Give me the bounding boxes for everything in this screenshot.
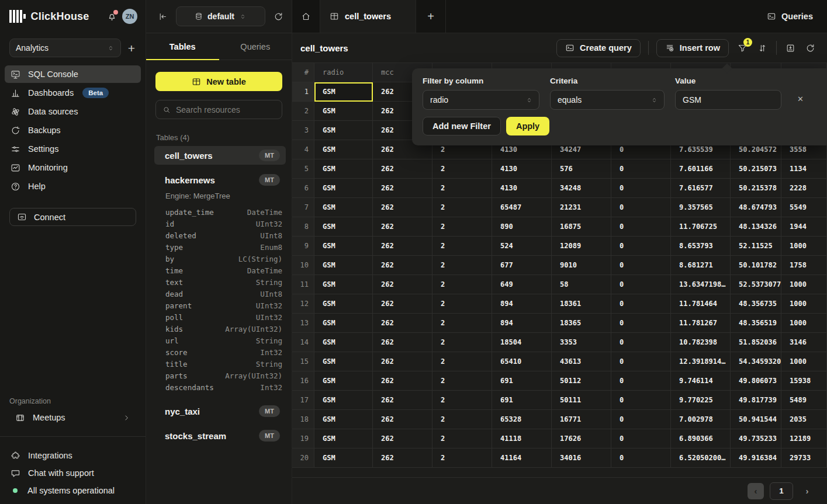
table-cell[interactable]: GSM — [314, 102, 373, 121]
table-cell[interactable]: 0 — [611, 217, 671, 237]
next-page-button[interactable]: › — [799, 483, 815, 499]
table-cell[interactable]: 11.706725 — [671, 217, 731, 237]
new-table-button[interactable]: New table — [155, 72, 282, 91]
table-cell[interactable]: 50.101782 — [731, 256, 781, 275]
table-cell[interactable]: 262 — [373, 314, 432, 333]
table-cell[interactable]: 2 — [432, 410, 492, 429]
table-cell[interactable]: 41164 — [492, 449, 552, 468]
table-cell[interactable]: 12089 — [552, 237, 611, 256]
table-cell[interactable]: 0 — [611, 179, 671, 198]
table-cell[interactable]: 262 — [373, 429, 432, 449]
table-cell[interactable]: 48.356735 — [731, 294, 781, 314]
filter-criteria-select[interactable]: equals — [550, 90, 665, 110]
table-cell[interactable]: 262 — [373, 237, 432, 256]
table-cell[interactable]: 4130 — [492, 159, 552, 179]
table-cell[interactable]: 12.3918914… — [671, 352, 731, 371]
table-cell[interactable]: GSM — [314, 237, 373, 256]
table-cell[interactable]: 0 — [611, 198, 671, 217]
tab-cell-towers[interactable]: cell_towers — [320, 0, 416, 33]
table-cell[interactable]: GSM — [314, 371, 373, 391]
table-cell[interactable]: 890 — [492, 217, 552, 237]
notifications-bell-icon[interactable] — [107, 12, 117, 22]
table-item-stocks_stream[interactable]: stocks_streamMT — [154, 426, 286, 445]
current-page[interactable]: 1 — [770, 482, 793, 500]
queries-button[interactable]: Queries — [753, 0, 827, 33]
table-cell[interactable]: 43613 — [552, 352, 611, 371]
table-cell[interactable]: 0 — [611, 314, 671, 333]
filter-column-select[interactable]: radio — [423, 90, 539, 110]
clickhouse-logo[interactable]: ClickHouse — [9, 10, 89, 23]
add-new-filter-button[interactable]: Add new Filter — [423, 117, 501, 135]
table-cell[interactable]: GSM — [314, 352, 373, 371]
table-cell[interactable]: GSM — [314, 256, 373, 275]
table-cell[interactable]: 1758 — [781, 256, 827, 275]
table-cell[interactable]: 1000 — [781, 275, 827, 294]
table-cell[interactable]: 2 — [432, 333, 492, 352]
collapse-panel-icon[interactable] — [158, 12, 168, 22]
user-avatar[interactable]: ZN — [122, 9, 137, 24]
table-cell[interactable]: 18504 — [492, 333, 552, 352]
table-cell[interactable]: GSM — [314, 198, 373, 217]
table-cell[interactable]: 0 — [611, 391, 671, 410]
create-query-button[interactable]: Create query — [556, 39, 641, 57]
table-cell[interactable]: GSM — [314, 410, 373, 429]
table-cell[interactable]: 649 — [492, 275, 552, 294]
table-cell[interactable]: GSM — [314, 82, 373, 102]
table-cell[interactable]: 7.002978 — [671, 410, 731, 429]
table-cell[interactable]: GSM — [314, 429, 373, 449]
table-cell[interactable]: GSM — [314, 294, 373, 314]
search-resources[interactable] — [155, 100, 282, 119]
workspace-select[interactable]: Analytics — [9, 39, 121, 57]
sort-button[interactable] — [756, 42, 769, 54]
table-cell[interactable]: 262 — [373, 198, 432, 217]
table-cell[interactable]: 524 — [492, 237, 552, 256]
table-cell[interactable]: 2 — [432, 449, 492, 468]
table-cell[interactable]: 13.6347198… — [671, 275, 731, 294]
table-cell[interactable]: 7.616577 — [671, 179, 731, 198]
table-cell[interactable]: 2 — [432, 391, 492, 410]
table-cell[interactable]: 16875 — [552, 217, 611, 237]
table-cell[interactable]: 16771 — [552, 410, 611, 429]
sidebar-item-sql-console[interactable]: SQL Console — [5, 65, 141, 83]
search-input[interactable] — [176, 105, 275, 114]
table-cell[interactable]: 0 — [611, 237, 671, 256]
table-cell[interactable]: 1000 — [781, 352, 827, 371]
new-tab-button[interactable]: + — [416, 0, 445, 33]
table-cell[interactable]: GSM — [314, 333, 373, 352]
table-cell[interactable]: 1944 — [781, 217, 827, 237]
insert-row-button[interactable]: Insert row — [656, 39, 729, 57]
tab-tables[interactable]: Tables — [146, 33, 219, 60]
filter-value-field[interactable] — [675, 90, 781, 110]
database-select[interactable]: default — [176, 6, 265, 26]
sidebar-item-chat-with-support[interactable]: Chat with support — [5, 464, 141, 482]
table-cell[interactable]: 17626 — [552, 429, 611, 449]
table-cell[interactable]: 0 — [611, 256, 671, 275]
table-cell[interactable]: 18361 — [552, 294, 611, 314]
table-cell[interactable]: 5549 — [781, 198, 827, 217]
table-cell[interactable]: GSM — [314, 449, 373, 468]
table-cell[interactable]: 58 — [552, 275, 611, 294]
table-cell[interactable]: 9.746114 — [671, 371, 731, 391]
table-cell[interactable]: 65487 — [492, 198, 552, 217]
filter-button[interactable]: 1 — [736, 42, 749, 54]
sidebar-item-backups[interactable]: Backups — [5, 121, 141, 139]
table-cell[interactable]: 691 — [492, 371, 552, 391]
table-cell[interactable]: 2 — [432, 198, 492, 217]
table-cell[interactable]: 262 — [373, 294, 432, 314]
table-cell[interactable]: 262 — [373, 449, 432, 468]
table-cell[interactable]: 52.5373077… — [731, 275, 781, 294]
home-tab[interactable] — [292, 0, 320, 33]
table-cell[interactable]: 12189 — [781, 429, 827, 449]
sidebar-item-data-sources[interactable]: Data sources — [5, 103, 141, 120]
table-cell[interactable]: 7.601166 — [671, 159, 731, 179]
table-cell[interactable]: 2035 — [781, 410, 827, 429]
sidebar-item-help[interactable]: Help — [5, 178, 141, 195]
table-cell[interactable]: 0 — [611, 275, 671, 294]
previous-page-button[interactable]: ‹ — [748, 483, 764, 499]
table-cell[interactable]: 1000 — [781, 294, 827, 314]
table-cell[interactable]: 6.890366 — [671, 429, 731, 449]
table-cell[interactable]: 1000 — [781, 237, 827, 256]
table-cell[interactable]: 15938 — [781, 371, 827, 391]
table-cell[interactable]: 50112 — [552, 371, 611, 391]
table-cell[interactable]: 262 — [373, 333, 432, 352]
